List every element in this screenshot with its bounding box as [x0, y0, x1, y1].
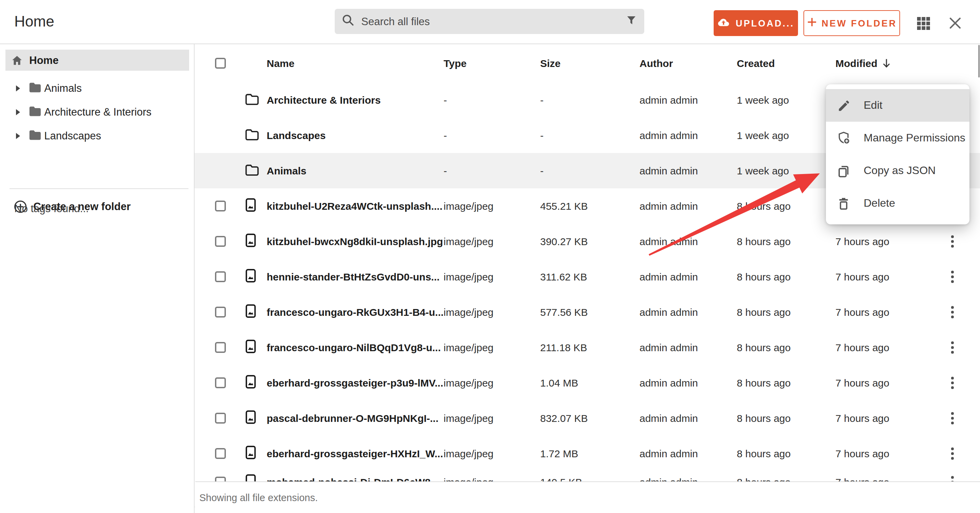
row-kebab-menu-icon[interactable] — [947, 341, 958, 354]
filter-funnel-icon[interactable] — [625, 14, 638, 29]
caret-right-icon[interactable] — [16, 82, 21, 94]
file-name[interactable]: francesco-ungaro-RkGUx3H1-B4-u... — [267, 306, 444, 318]
row-kebab-menu-icon[interactable] — [947, 412, 958, 424]
file-name[interactable]: francesco-ungaro-NilBQqD1Vg8-u... — [267, 341, 441, 353]
file-modified: 7 hours ago — [835, 236, 889, 247]
file-author: admin admin — [640, 306, 698, 318]
context-menu-item-label: Manage Permissions — [864, 132, 966, 144]
file-type: image/jpeg — [444, 448, 493, 459]
table-row-file[interactable]: eberhard-grossgasteiger-HXHzI_W...image/… — [194, 436, 980, 472]
file-modified: 7 hours ago — [835, 341, 889, 353]
file-type: - — [444, 165, 447, 176]
sidebar-folder-landscapes[interactable]: Landscapes — [0, 124, 194, 148]
upload-button-label: UPLOAD... — [736, 18, 795, 28]
file-modified: 7 hours ago — [835, 377, 889, 389]
file-type: image/jpeg — [444, 271, 493, 283]
file-modified: 7 hours ago — [835, 448, 889, 459]
file-name[interactable]: eberhard-grossgasteiger-HXHzI_W... — [267, 448, 443, 459]
file-modified: 7 hours ago — [835, 412, 889, 424]
file-name[interactable]: Landscapes — [267, 130, 326, 141]
context-menu-item-edit[interactable]: Edit — [826, 89, 969, 122]
file-created: 8 hours ago — [737, 377, 791, 389]
new-folder-button-label: NEW FOLDER — [821, 18, 897, 28]
sidebar-divider — [10, 188, 188, 189]
file-name[interactable]: Architecture & Interiors — [267, 94, 381, 106]
row-checkbox[interactable] — [215, 200, 226, 211]
upload-button[interactable]: UPLOAD... — [714, 10, 798, 36]
column-header-author[interactable]: Author — [640, 57, 673, 69]
file-type: image/jpeg — [444, 306, 493, 318]
table-row-file[interactable]: hennie-stander-BtHtZsGvdD0-uns...image/j… — [194, 259, 980, 295]
column-header-type[interactable]: Type — [444, 57, 467, 69]
row-kebab-menu-icon[interactable] — [947, 447, 958, 460]
search-input[interactable] — [360, 14, 625, 28]
file-author: admin admin — [640, 236, 698, 247]
file-name[interactable]: kitzbuhel-U2Reza4WCtk-unsplash.... — [267, 200, 442, 212]
row-kebab-menu-icon[interactable] — [947, 377, 958, 389]
row-kebab-menu-icon[interactable] — [947, 235, 958, 248]
column-header-modified[interactable]: Modified — [835, 57, 891, 69]
folder-icon — [245, 164, 259, 178]
file-name[interactable]: pascal-debrunner-O-MG9HpNKgI-... — [267, 412, 439, 424]
new-folder-button[interactable]: NEW FOLDER — [803, 10, 900, 36]
context-menu-item-label: Edit — [864, 99, 882, 111]
file-type: image/jpeg — [444, 377, 493, 389]
column-header-name[interactable]: Name — [267, 57, 294, 69]
column-header-size[interactable]: Size — [540, 57, 561, 69]
column-header-created[interactable]: Created — [737, 57, 775, 69]
row-checkbox[interactable] — [215, 448, 226, 459]
folder-icon — [245, 128, 259, 143]
caret-right-icon[interactable] — [16, 130, 21, 142]
file-name[interactable]: hennie-stander-BtHtZsGvdD0-uns... — [267, 271, 439, 283]
file-name[interactable]: eberhard-grossgasteiger-p3u9-lMV... — [267, 377, 443, 389]
file-created: 8 hours ago — [737, 200, 791, 212]
caret-right-icon[interactable] — [16, 106, 21, 118]
table-row-file[interactable]: francesco-ungaro-NilBQqD1Vg8-u...image/j… — [194, 330, 980, 366]
sidebar-folder-label: Landscapes — [44, 130, 101, 142]
close-icon[interactable] — [948, 16, 963, 30]
file-name[interactable]: Animals — [267, 165, 307, 176]
file-name[interactable]: kitzbuhel-bwcxNg8dkiI-unsplash.jpg — [267, 236, 443, 247]
image-file-icon — [245, 198, 256, 214]
sidebar-folder-architecture-interiors[interactable]: Architecture & Interiors — [0, 100, 194, 124]
folder-icon — [245, 93, 259, 107]
context-menu-item-delete[interactable]: Delete — [826, 187, 969, 220]
file-author: admin admin — [640, 200, 698, 212]
file-created: 8 hours ago — [737, 412, 791, 424]
cloud-upload-icon — [718, 17, 730, 29]
file-type: - — [444, 94, 447, 106]
context-menu-item-copy-as-json[interactable]: Copy as JSON — [826, 154, 969, 187]
table-row-file[interactable]: francesco-ungaro-RkGUx3H1-B4-u...image/j… — [194, 294, 980, 330]
file-created: 8 hours ago — [737, 306, 791, 318]
sidebar: Home AnimalsArchitecture & InteriorsLand… — [0, 43, 194, 513]
row-checkbox[interactable] — [215, 307, 226, 318]
home-icon — [11, 54, 23, 66]
row-kebab-menu-icon[interactable] — [947, 271, 958, 283]
file-author: admin admin — [640, 448, 698, 459]
row-checkbox[interactable] — [215, 342, 226, 353]
context-menu-item-manage-permissions[interactable]: Manage Permissions — [826, 122, 969, 154]
table-row-file[interactable]: eberhard-grossgasteiger-p3u9-lMV...image… — [194, 365, 980, 401]
scrollbar-thumb[interactable] — [978, 45, 980, 78]
row-checkbox[interactable] — [215, 271, 226, 282]
sidebar-item-home[interactable]: Home — [5, 50, 189, 71]
search-box[interactable] — [335, 9, 644, 34]
row-checkbox[interactable] — [215, 236, 226, 247]
file-created: 1 week ago — [737, 94, 789, 106]
file-manager-window: Home UPLOAD... — [0, 0, 980, 513]
top-bar: Home UPLOAD... — [0, 0, 980, 44]
sidebar-folder-animals[interactable]: Animals — [0, 76, 194, 100]
select-all-checkbox[interactable] — [215, 57, 226, 68]
row-checkbox[interactable] — [215, 413, 226, 424]
row-kebab-menu-icon[interactable] — [947, 306, 958, 318]
file-author: admin admin — [640, 377, 698, 389]
grid-view-icon[interactable] — [916, 16, 931, 30]
sidebar-folder-label: Animals — [44, 82, 82, 94]
file-size: 211.18 KB — [540, 341, 587, 353]
row-checkbox[interactable] — [215, 377, 226, 388]
column-header-modified-label: Modified — [835, 57, 877, 69]
table-row-file[interactable]: pascal-debrunner-O-MG9HpNKgI-...image/jp… — [194, 400, 980, 437]
table-row-file[interactable]: kitzbuhel-bwcxNg8dkiI-unsplash.jpgimage/… — [194, 224, 980, 260]
file-size: 311.62 KB — [540, 271, 587, 283]
table-header: Name Type Size Author Created Modified — [194, 43, 980, 83]
